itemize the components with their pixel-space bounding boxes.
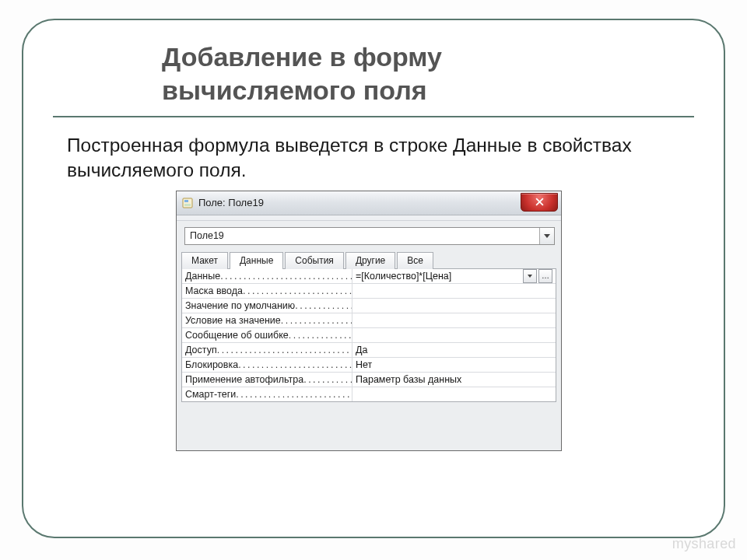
tab-data[interactable]: Данные [230,252,283,269]
tab-other[interactable]: Другие [345,252,395,269]
property-label: Условие на значение [185,315,281,326]
property-row-validation-rule[interactable]: Условие на значение [182,313,556,328]
property-value[interactable]: Да [356,343,552,357]
property-label: Сообщение об ошибке [185,330,289,341]
titlebar-lower-strip [177,215,561,221]
object-selector-dropdown-button[interactable] [539,228,554,244]
object-selector-row: Поле19 [177,221,561,251]
window-app-icon [181,197,194,209]
property-row-enabled[interactable]: Доступ Да [182,343,556,358]
window-titlebar[interactable]: Поле: Поле19 [177,191,561,215]
svg-rect-0 [183,198,192,208]
property-row-filter-lookup[interactable]: Применение автофильтра Параметр базы дан… [182,373,556,387]
description-text: Построенная формула выведется в строке Д… [67,133,674,183]
property-value[interactable]: Параметр базы данных [356,373,552,387]
properties-window: Поле: Поле19 Поле19 Макет Данные События… [176,191,562,451]
property-row-input-mask[interactable]: Маска ввода [182,284,556,299]
window-bottom-strip [177,408,561,450]
window-title: Поле: Поле19 [198,197,264,208]
property-label: Значение по умолчанию [185,300,295,311]
property-label: Блокировка [185,359,238,370]
property-row-default-value[interactable]: Значение по умолчанию [182,299,556,313]
svg-rect-1 [184,200,188,202]
property-label: Смарт-теги [185,389,236,400]
svg-rect-2 [184,204,191,206]
property-value[interactable]: Нет [356,358,552,372]
object-selector-value: Поле19 [185,228,539,244]
watermark: myshared [672,536,736,552]
close-icon [535,198,544,206]
property-builder-button[interactable]: … [538,269,552,283]
object-selector[interactable]: Поле19 [184,227,555,245]
tab-all[interactable]: Все [397,252,433,269]
property-row-locked[interactable]: Блокировка Нет [182,358,556,373]
tab-events[interactable]: События [285,252,344,269]
property-row-smart-tags[interactable]: Смарт-теги [182,387,556,401]
property-label: Маска ввода [185,285,243,296]
tab-bar: Макет Данные События Другие Все [177,251,561,268]
heading-divider [53,116,694,117]
heading-line-1: Добавление в форму [162,42,442,72]
property-label: Доступ [185,345,217,355]
heading-line-2: вычисляемого поля [162,75,427,105]
property-value[interactable]: =[Количество]*[Цена] [356,269,521,283]
property-dropdown-button[interactable] [523,269,537,283]
close-button[interactable] [521,193,558,212]
slide-frame: Добавление в форму вычисляемого поля Пос… [22,19,725,538]
property-grid: Данные =[Количество]*[Цена] … Маска ввод… [181,268,556,402]
property-row-validation-text[interactable]: Сообщение об ошибке [182,328,556,343]
property-row-data[interactable]: Данные =[Количество]*[Цена] … [182,269,556,284]
property-label: Применение автофильтра [185,374,303,385]
slide-heading: Добавление в форму вычисляемого поля [162,40,694,107]
tab-layout[interactable]: Макет [181,252,228,269]
property-label: Данные [185,271,220,282]
